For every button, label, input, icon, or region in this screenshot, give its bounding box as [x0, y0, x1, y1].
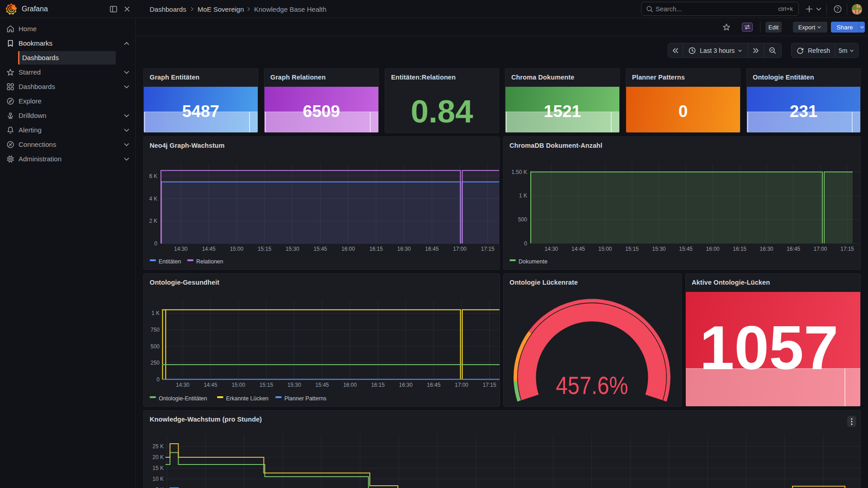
svg-text:16:15: 16:15	[733, 246, 746, 252]
svg-text:15:15: 15:15	[259, 382, 273, 388]
svg-text:15 K: 15 K	[152, 465, 164, 471]
svg-text:15:00: 15:00	[598, 246, 612, 252]
svg-text:1 K: 1 K	[151, 310, 160, 316]
svg-text:6 K: 6 K	[149, 173, 157, 179]
svg-text:4 K: 4 K	[149, 196, 157, 202]
svg-text:?: ?	[836, 6, 839, 12]
svg-text:Entitäten: Entitäten	[159, 258, 181, 265]
svg-text:16:45: 16:45	[425, 246, 439, 252]
svg-text:Dokumente: Dokumente	[519, 258, 547, 265]
svg-text:15:00: 15:00	[231, 382, 245, 388]
svg-text:15:45: 15:45	[313, 246, 327, 252]
svg-text:14:30: 14:30	[174, 246, 188, 252]
svg-text:16:00: 16:00	[343, 382, 357, 388]
svg-text:750: 750	[151, 327, 160, 333]
svg-text:1.50 K: 1.50 K	[511, 169, 527, 175]
svg-text:10 K: 10 K	[152, 476, 164, 482]
svg-text:14:30: 14:30	[176, 382, 189, 388]
svg-text:14:45: 14:45	[204, 382, 217, 388]
svg-text:17:00: 17:00	[453, 246, 467, 252]
svg-text:Relationen: Relationen	[196, 258, 223, 265]
svg-text:Ontologie-Entitäten: Ontologie-Entitäten	[159, 395, 207, 402]
svg-text:Erkannte Lücken: Erkannte Lücken	[226, 395, 269, 402]
svg-text:16:00: 16:00	[706, 246, 719, 252]
svg-text:17:00: 17:00	[455, 382, 468, 388]
svg-text:2 K: 2 K	[149, 218, 157, 224]
svg-text:15:30: 15:30	[652, 246, 665, 252]
svg-text:20 K: 20 K	[152, 454, 164, 460]
svg-text:17:15: 17:15	[481, 246, 495, 252]
svg-text:17:00: 17:00	[813, 246, 827, 252]
svg-text:14:45: 14:45	[202, 246, 216, 252]
svg-text:15:45: 15:45	[679, 246, 693, 252]
svg-text:17:15: 17:15	[840, 246, 854, 252]
svg-text:16:45: 16:45	[787, 246, 800, 252]
svg-text:17:15: 17:15	[483, 382, 496, 388]
svg-text:15:30: 15:30	[288, 382, 301, 388]
svg-text:15:15: 15:15	[625, 246, 639, 252]
svg-text:15:45: 15:45	[315, 382, 329, 388]
svg-text:250: 250	[151, 360, 160, 366]
svg-text:15:15: 15:15	[258, 246, 271, 252]
svg-text:14:30: 14:30	[544, 246, 558, 252]
svg-text:Planner Patterns: Planner Patterns	[284, 395, 326, 402]
svg-text:0: 0	[524, 240, 527, 247]
svg-text:16:30: 16:30	[397, 246, 411, 252]
svg-text:16:30: 16:30	[399, 382, 413, 388]
svg-text:1 K: 1 K	[519, 192, 527, 199]
svg-text:457.6%: 457.6%	[556, 371, 628, 399]
svg-text:15:00: 15:00	[230, 246, 243, 252]
svg-text:16:00: 16:00	[341, 246, 355, 252]
svg-text:25 K: 25 K	[152, 443, 164, 450]
svg-text:15:30: 15:30	[286, 246, 299, 252]
svg-text:16:15: 16:15	[369, 246, 383, 252]
svg-text:500: 500	[151, 343, 160, 350]
svg-text:14:45: 14:45	[571, 246, 585, 252]
svg-text:16:45: 16:45	[427, 382, 440, 388]
svg-text:0: 0	[154, 240, 157, 247]
svg-text:16:15: 16:15	[371, 382, 385, 388]
svg-text:16:30: 16:30	[760, 246, 773, 252]
svg-text:0: 0	[156, 376, 160, 383]
svg-text:500: 500	[518, 216, 527, 223]
